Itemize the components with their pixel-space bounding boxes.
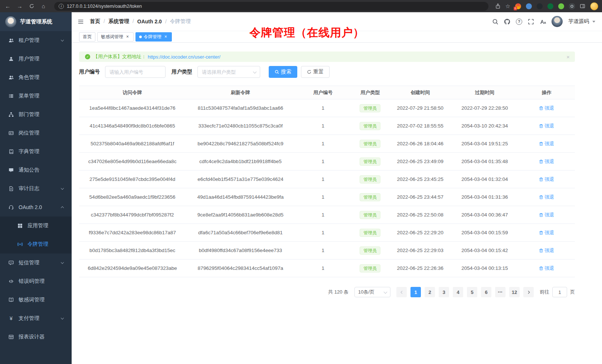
help-icon[interactable]: ? (516, 19, 522, 25)
page-button[interactable]: 12 (509, 287, 520, 297)
force-logout-button[interactable]: 强退 (539, 229, 554, 236)
force-logout-button[interactable]: 强退 (539, 247, 554, 254)
force-logout-button[interactable]: 强退 (539, 176, 554, 183)
site-info-icon[interactable]: i (59, 4, 64, 9)
filter-form: 用户编号 用户类型 搜索 重置 (79, 66, 575, 78)
sidebar-item[interactable]: 部门管理 (0, 105, 72, 124)
tab[interactable]: 令牌管理 × (135, 32, 172, 42)
refresh-token-cell: 9ce8ef2aa9f14056b831ae9b608e28d5 (186, 206, 295, 224)
expire-time-cell: 2054-03-04 01:32:04 (451, 171, 518, 188)
sidebar-item[interactable]: 短信管理 (0, 254, 72, 272)
sidebar-item[interactable]: 字典管理 (0, 142, 72, 161)
access-token-cell: 1ea5e44f8bc1467aaede43144f31de76 (79, 99, 186, 117)
extension-icon[interactable] (537, 3, 543, 9)
page-button[interactable]: 6 (481, 287, 491, 297)
extension-icon[interactable] (526, 3, 532, 9)
page-button[interactable]: 4 (453, 287, 463, 297)
breadcrumb-item[interactable]: 首页 (90, 18, 108, 25)
user-menu-caret-icon[interactable] (592, 21, 595, 23)
page-size-select[interactable]: 10条/页 (354, 287, 390, 297)
page-button[interactable]: 1 (410, 287, 421, 297)
split-view-icon[interactable] (580, 3, 585, 9)
user-id-input[interactable] (105, 66, 166, 78)
sidebar-item[interactable]: 菜单管理 (0, 87, 72, 105)
force-logout-button[interactable]: 强退 (539, 212, 554, 218)
share-icon[interactable] (495, 3, 501, 9)
bookmark-star-icon[interactable]: ☆ (506, 3, 510, 10)
tab-close-icon[interactable]: × (125, 34, 130, 39)
alert-close-icon[interactable]: × (566, 54, 570, 60)
force-logout-button[interactable]: 强退 (539, 140, 554, 147)
breadcrumb-item[interactable]: 令牌管理 (170, 18, 191, 25)
browser-profile-avatar[interactable] (590, 2, 598, 10)
goto-suffix: 页 (570, 289, 575, 295)
force-logout-button[interactable]: 强退 (539, 194, 554, 201)
user-avatar[interactable] (552, 16, 563, 27)
sidebar-item[interactable]: 令牌管理 (0, 235, 72, 254)
github-icon[interactable] (504, 19, 510, 25)
breadcrumb-item[interactable]: OAuth 2.0 (137, 19, 170, 24)
extension-icon[interactable] (547, 3, 553, 9)
user-name[interactable]: 芋道源码 (568, 18, 589, 25)
user-type-cell: 管理员 (351, 171, 389, 188)
sidebar-item[interactable]: 用户管理 (0, 50, 72, 68)
doc-link[interactable]: https://doc.iocoder.cn/user-center/ (148, 54, 220, 60)
tab-close-icon[interactable]: × (163, 34, 168, 39)
sidebar-item[interactable]: 错误码管理 (0, 272, 72, 291)
table-row: b0d1785bc3a8482f812db4a3f3bd15ec b0df498… (79, 242, 575, 259)
total-count: 共 120 条 (328, 289, 349, 295)
collapse-sidebar-icon[interactable] (78, 19, 84, 25)
reset-button[interactable]: 重置 (301, 66, 330, 78)
sidebar-item[interactable]: ¥ 支付管理 (0, 309, 72, 328)
page-button[interactable]: ••• (495, 287, 506, 297)
user-type-tag: 管理员 (360, 122, 380, 130)
font-size-icon[interactable] (540, 19, 546, 25)
page-button[interactable]: 5 (467, 287, 477, 297)
force-logout-button[interactable]: 强退 (539, 158, 554, 165)
sidebar-item[interactable]: 通知公告 (0, 161, 72, 179)
force-logout-button[interactable]: 强退 (539, 265, 554, 272)
extension-icon[interactable]: 0 (515, 3, 521, 9)
created-time-cell: 2022-06-25 23:45:25 (389, 171, 451, 188)
expire-time-cell: 2054-03-04 00:15:42 (451, 242, 518, 259)
browser-refresh-button[interactable] (27, 2, 36, 10)
sidebar-item[interactable]: OAuth 2.0 (0, 198, 72, 216)
sidebar-item[interactable]: 角色管理 (0, 68, 72, 87)
app-logo-row[interactable]: 芋道管理系统 (0, 12, 72, 31)
sidebar-item[interactable]: 岗位管理 (0, 124, 72, 142)
browser-back-button[interactable]: ← (4, 2, 12, 10)
browser-home-button[interactable]: ⌂ (39, 2, 48, 10)
user-type-select[interactable] (197, 66, 260, 78)
force-logout-button[interactable]: 强退 (539, 105, 554, 112)
sidebar-item[interactable]: 敏感词管理 (0, 291, 72, 309)
page-button[interactable]: 3 (439, 287, 449, 297)
sidebar-item[interactable]: 报表设计器 (0, 328, 72, 346)
tab[interactable]: 首页 × (79, 32, 95, 42)
breadcrumb-item[interactable]: 系统管理 (108, 18, 137, 25)
search-button[interactable]: 搜索 (269, 66, 297, 78)
user-type-tag: 管理员 (360, 175, 380, 183)
extension-icon[interactable] (569, 3, 575, 9)
column-header: 访问令牌 (79, 86, 186, 99)
goto-page-input[interactable] (552, 287, 567, 297)
menu-icon (8, 75, 14, 80)
sidebar-item[interactable]: 租户管理 (0, 31, 72, 50)
address-bar[interactable]: i 127.0.0.1:1024/system/oauth2/token (54, 2, 488, 11)
sidebar-item[interactable]: 审计日志 (0, 179, 72, 198)
browser-toolbar: ← → ⌂ i 127.0.0.1:1024/system/oauth2/tok… (0, 0, 602, 12)
access-token-cell: 502375b8040a469a9b82188afdf6af1f (79, 135, 186, 153)
fullscreen-icon[interactable] (528, 19, 534, 25)
sidebar-item[interactable]: 应用管理 (0, 216, 72, 235)
menu-label: 角色管理 (19, 74, 39, 81)
force-logout-button[interactable]: 强退 (539, 123, 554, 129)
page-button[interactable]: 2 (425, 287, 435, 297)
extensions-puzzle-icon[interactable] (558, 3, 564, 9)
search-icon[interactable] (492, 19, 498, 25)
tab[interactable]: 敏感词管理 × (97, 32, 134, 42)
user-type-tag: 管理员 (360, 211, 380, 219)
next-page-button[interactable] (523, 287, 534, 297)
user-type-cell: 管理员 (351, 206, 389, 224)
prev-page-button[interactable] (396, 287, 407, 297)
menu-icon (8, 130, 14, 136)
browser-forward-button[interactable]: → (16, 2, 24, 10)
